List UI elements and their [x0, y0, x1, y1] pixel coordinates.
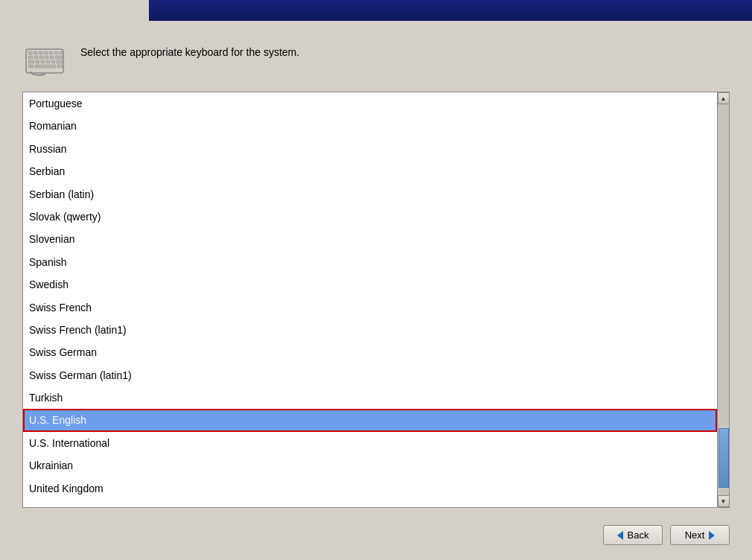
svg-rect-13 — [55, 56, 63, 59]
svg-rect-4 — [44, 51, 48, 54]
svg-rect-18 — [51, 60, 55, 63]
svg-rect-16 — [41, 60, 45, 63]
list-item-swiss-french[interactable]: Swiss French — [23, 296, 717, 319]
list-item-united-kingdom[interactable]: United Kingdom — [23, 477, 717, 500]
list-item-slovenian[interactable]: Slovenian — [23, 228, 717, 250]
scroll-down-button[interactable]: ▼ — [718, 495, 730, 507]
svg-rect-20 — [35, 65, 56, 68]
list-item-swiss-german[interactable]: Swiss German — [23, 341, 717, 363]
list-item-us-international[interactable]: U.S. International — [23, 432, 717, 454]
svg-rect-1 — [28, 51, 32, 54]
list-item-serbian[interactable]: Serbian — [23, 160, 717, 182]
list-item-russian[interactable]: Russian — [23, 138, 717, 160]
svg-rect-21 — [28, 65, 34, 68]
back-button-label: Back — [628, 529, 649, 541]
list-item-ukrainian[interactable]: Ukrainian — [23, 454, 717, 477]
svg-rect-7 — [60, 51, 63, 54]
svg-rect-11 — [45, 56, 48, 59]
list-item-romanian[interactable]: Romanian — [23, 115, 717, 137]
list-item-swiss-french-latin1[interactable]: Swiss French (latin1) — [23, 319, 717, 341]
list-item-slovak-qwerty[interactable]: Slovak (qwerty) — [23, 206, 717, 228]
list-item-turkish[interactable]: Turkish — [23, 386, 717, 409]
svg-rect-9 — [34, 56, 38, 59]
scroll-thumb[interactable] — [718, 428, 729, 488]
svg-rect-2 — [34, 51, 37, 54]
scroll-track[interactable] — [718, 104, 730, 495]
list-item-us-english[interactable]: U.S. English — [23, 409, 717, 431]
header-area: Select the appropriate keyboard for the … — [22, 41, 730, 78]
next-arrow-icon — [709, 531, 715, 540]
top-bar — [149, 0, 752, 21]
svg-rect-10 — [39, 56, 43, 59]
keyboard-icon — [22, 41, 67, 78]
instruction-text: Select the appropriate keyboard for the … — [80, 41, 299, 60]
svg-rect-5 — [49, 51, 53, 54]
list-item-spanish[interactable]: Spanish — [23, 251, 717, 273]
scroll-up-button[interactable]: ▲ — [718, 92, 730, 104]
main-container: Select the appropriate keyboard for the … — [0, 26, 752, 523]
list-item-swedish[interactable]: Swedish — [23, 273, 717, 296]
list-item-serbian-latin[interactable]: Serbian (latin) — [23, 183, 717, 206]
back-button[interactable]: Back — [603, 525, 663, 545]
bottom-bar: Back Next — [603, 525, 730, 545]
svg-rect-15 — [36, 60, 39, 63]
svg-rect-22 — [57, 65, 63, 68]
svg-rect-8 — [28, 56, 33, 59]
keyboard-list-container: PortugueseRomanianRussianSerbianSerbian … — [22, 92, 730, 508]
list-item-portuguese[interactable]: Portuguese — [23, 92, 717, 115]
keyboard-list[interactable]: PortugueseRomanianRussianSerbianSerbian … — [23, 92, 717, 507]
scrollbar[interactable]: ▲ ▼ — [717, 92, 729, 507]
svg-rect-12 — [50, 56, 54, 59]
svg-rect-19 — [57, 60, 63, 63]
next-button[interactable]: Next — [670, 525, 730, 545]
list-item-swiss-german-latin1[interactable]: Swiss German (latin1) — [23, 364, 717, 386]
next-button-label: Next — [685, 529, 705, 541]
svg-rect-17 — [46, 60, 50, 63]
svg-rect-3 — [39, 51, 42, 54]
svg-rect-6 — [54, 51, 58, 54]
svg-rect-14 — [28, 60, 34, 63]
back-arrow-icon — [617, 531, 623, 540]
